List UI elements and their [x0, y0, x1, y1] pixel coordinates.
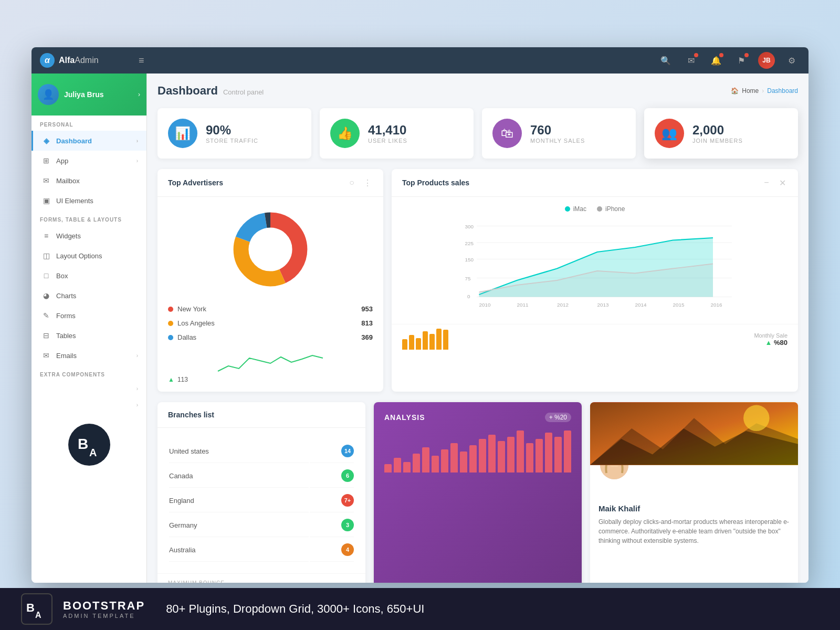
sidebar-user[interactable]: 👤 Juliya Brus ›: [32, 74, 146, 116]
sidebar-item-tables[interactable]: ⊟ Tables: [32, 326, 146, 345]
analysis-badge: + %20: [545, 413, 571, 422]
sidebar-arrow-app: ›: [136, 158, 138, 164]
mini-bar-6: [436, 329, 442, 350]
badge-australia: 4: [341, 543, 354, 556]
mini-bar-7: [443, 330, 448, 350]
sidebar-extra-2[interactable]: ›: [32, 397, 146, 413]
sidebar-extra-1[interactable]: ›: [32, 381, 146, 397]
legend-label-iphone: iPhone: [605, 205, 625, 213]
table-row: United states 14: [169, 439, 354, 463]
card-header-products: Top Products sales − ✕: [392, 169, 798, 197]
close-btn[interactable]: ✕: [777, 177, 788, 188]
branch-country-us: United states: [169, 439, 309, 463]
stat-icon-sales: 🛍: [492, 119, 522, 148]
badge-germany: 3: [341, 519, 354, 531]
svg-text:2013: 2013: [597, 302, 609, 308]
minimize-btn[interactable]: −: [761, 177, 772, 188]
email-badge: [694, 53, 698, 57]
sidebar-item-charts[interactable]: ◕ Charts: [32, 286, 146, 306]
extra-1-arrow: ›: [136, 386, 138, 392]
legend-label-imac: iMac: [573, 205, 586, 213]
legend-iphone: iPhone: [597, 205, 625, 213]
card-header-advertisers: Top Advertisers ○ ⋮: [158, 169, 383, 197]
stat-value-sales: 760: [530, 123, 585, 138]
analysis-bar-7: [441, 449, 448, 472]
search-button[interactable]: 🔍: [657, 52, 674, 69]
mini-bar-2: [409, 335, 414, 350]
analysis-bar-19: [554, 437, 562, 472]
app-icon: ⊞: [41, 156, 51, 165]
svg-text:2016: 2016: [711, 302, 722, 308]
legend-los-angeles: Los Angeles 813: [168, 316, 373, 330]
svg-text:A: A: [35, 611, 41, 620]
tables-icon: ⊟: [41, 331, 51, 340]
donut-chart: [228, 207, 312, 291]
branches-table: United states 14 Canada 6 England 7+: [168, 438, 355, 563]
legend-imac: iMac: [565, 205, 586, 213]
card-circle-btn[interactable]: ○: [346, 177, 357, 188]
sidebar-item-box[interactable]: □ Box: [32, 266, 146, 286]
branch-country-germany: Germany: [169, 513, 309, 537]
stat-icon-members: 👥: [655, 119, 684, 148]
svg-text:2011: 2011: [517, 302, 529, 308]
sidebar-item-app[interactable]: ⊞ App ›: [32, 151, 146, 171]
hamburger-button[interactable]: ≡: [139, 55, 144, 66]
analysis-bar-17: [536, 439, 543, 472]
stat-label-members: JOIN MEMBERS: [692, 138, 743, 144]
sidebar-item-forms[interactable]: ✎ Forms: [32, 306, 146, 326]
analysis-bar-18: [545, 433, 552, 472]
sidebar-item-mailbox[interactable]: ✉ Mailbox: [32, 171, 146, 191]
sidebar-item-layout[interactable]: ◫ Layout Options: [32, 246, 146, 266]
mini-bars: [402, 329, 448, 350]
stat-info-members: 2,000 JOIN MEMBERS: [692, 123, 743, 144]
user-avatar[interactable]: JB: [758, 52, 775, 69]
svg-text:300: 300: [465, 224, 474, 229]
notification-badge: [719, 53, 723, 57]
breadcrumb: 🏠 Home › Dashboard: [731, 87, 798, 94]
dashboard-icon: ◈: [41, 136, 51, 145]
top-advertisers-card: Top Advertisers ○ ⋮: [158, 169, 383, 392]
table-row: Australia 4: [169, 538, 354, 562]
sidebar-item-widgets[interactable]: ≡ Widgets: [32, 226, 146, 246]
table-row: England 7+: [169, 489, 354, 512]
stat-info-likes: 41,410 USER LIKES: [368, 123, 407, 144]
flag-button[interactable]: ⚑: [733, 52, 750, 69]
stat-card-sales: 🛍 760 MONTHLY SALES: [482, 108, 636, 159]
sidebar-item-dashboard[interactable]: ◈ Dashboard ›: [32, 131, 146, 151]
badge-england: 7+: [341, 494, 354, 507]
card-actions-advertisers: ○ ⋮: [346, 177, 373, 188]
bottom-mini-bar-area: Monthly Sale ▲ %80: [392, 324, 798, 358]
analysis-bar-6: [432, 456, 439, 472]
card-more-btn[interactable]: ⋮: [362, 177, 373, 188]
profile-landscape-svg: [590, 402, 798, 465]
sidebar-avatar: 👤: [38, 84, 59, 105]
analysis-bars: [384, 430, 571, 472]
chart-legend: New York 953 Los Angeles 813 Dallas 369: [158, 302, 383, 353]
chart-legend-top: iMac iPhone: [402, 205, 788, 213]
analysis-title: ANALYSIS: [384, 413, 425, 422]
notification-button[interactable]: 🔔: [708, 52, 724, 69]
branches-card: Branches list United states 14 Canada: [158, 402, 365, 583]
charts-icon: ◕: [41, 291, 51, 300]
legend-dot-iphone: [597, 206, 602, 212]
email-button[interactable]: ✉: [682, 52, 699, 69]
sidebar-item-ui-elements[interactable]: ▣ UI Elements: [32, 191, 146, 211]
sidebar-label-forms: Forms: [56, 312, 76, 320]
mini-wave-chart: [168, 353, 373, 374]
analysis-bar-20: [564, 430, 571, 472]
svg-text:2014: 2014: [635, 302, 647, 308]
sidebar-label-app: App: [56, 157, 68, 165]
forms-icon: ✎: [41, 311, 51, 320]
sidebar-item-emails[interactable]: ✉ Emails ›: [32, 345, 146, 365]
svg-point-34: [606, 467, 623, 475]
settings-button[interactable]: ⚙: [783, 52, 800, 69]
breadcrumb-home-link[interactable]: Home: [742, 87, 759, 94]
page-title: Dashboard: [158, 84, 218, 98]
branch-value-us: 14: [310, 439, 354, 463]
analysis-bar-8: [450, 443, 458, 472]
mini-number: 113: [177, 376, 188, 383]
stat-label-traffic: STORE TRAFFIC: [206, 138, 258, 144]
profile-name: Maik Khalif: [598, 504, 790, 513]
stat-value-traffic: 90%: [206, 123, 258, 138]
analysis-bar-15: [517, 430, 524, 472]
